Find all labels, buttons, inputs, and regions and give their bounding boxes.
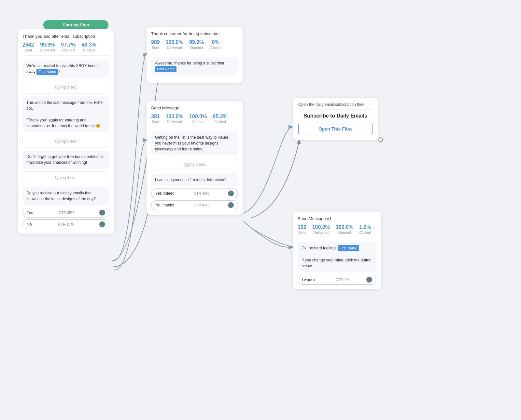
card1-btn-no[interactable]: No CTR 13% bbox=[22, 219, 109, 229]
card3-stat-sent: 381 bbox=[151, 114, 160, 119]
card4-header-title: Open the daily email subscription flow bbox=[298, 102, 373, 110]
card2-stat-del-label: Delivered bbox=[167, 46, 182, 49]
stat-clicked-label: Clicked bbox=[83, 48, 95, 52]
msg-typing-2: Typing 5 sec. bbox=[22, 135, 109, 148]
card3-stats: 381 Sent 100.0% Delivered 100.0% Opened … bbox=[151, 114, 238, 127]
stat-clicked: 48.3% bbox=[81, 42, 96, 48]
card3-btn-yes-label: Yes indeed bbox=[155, 191, 175, 196]
card3-stat-del: 100.0% bbox=[166, 114, 183, 119]
btn-no-ctr: CTR 13% bbox=[58, 222, 74, 226]
open-this-flow-button[interactable]: Open This Flow bbox=[298, 123, 373, 135]
card3-btn-yes-toggle bbox=[228, 190, 234, 196]
card3-stat-open-label: Opened bbox=[192, 120, 204, 124]
card1-title: Thank you and offer email subscription bbox=[22, 34, 109, 39]
starting-step-badge: Starting Step bbox=[43, 20, 108, 30]
card1-stats: 2842 Sent 99.9% Delivered 97.7% Opened 4… bbox=[22, 42, 109, 56]
card2-title: Thank customer for being subscriber bbox=[151, 31, 238, 36]
msg-bubble-1: We're so excited to give this XBOX bundl… bbox=[22, 60, 109, 78]
card3-btn-no[interactable]: No, thanks CTR 43% bbox=[151, 200, 238, 210]
card3-stat-open: 100.0% bbox=[189, 114, 207, 119]
card3-buttons: Yes indeed CTR 43% No, thanks CTR 43% bbox=[151, 189, 238, 210]
card3-title: Send Message bbox=[151, 105, 238, 110]
btn-no-toggle bbox=[99, 221, 105, 227]
card3-stat-sent-label: Sent bbox=[152, 120, 159, 124]
btn-yes-toggle bbox=[99, 210, 105, 216]
msg-typing-3: Typing 4 sec. bbox=[22, 171, 109, 184]
stat-opened: 97.7% bbox=[61, 42, 76, 48]
card1-buttons: Yes CTR 35% No CTR 13% bbox=[22, 208, 109, 229]
card3-btn-yes[interactable]: Yes indeed CTR 43% bbox=[151, 189, 238, 198]
card-thank-subscriber: Thank customer for being subscriber 989 … bbox=[147, 27, 243, 83]
msg-bubble-4: Do you receive our nightly emails that s… bbox=[22, 187, 109, 205]
card5-stat-open: 100.0% bbox=[336, 224, 353, 230]
card5-stat-sent: 162 bbox=[298, 224, 306, 230]
card2-stat-sent: 989 bbox=[151, 39, 160, 45]
card5-stats: 162 Sent 100.0% Delivered 100.0% Opened … bbox=[298, 224, 376, 238]
stat-delivered-label: Delivered bbox=[40, 48, 55, 52]
card3-btn-no-ctr: CTR 43% bbox=[193, 203, 209, 207]
card5-btn-label: I want in! bbox=[302, 277, 317, 282]
card-send-message-1: Send Message #1 162 Sent 100.0% Delivere… bbox=[293, 212, 381, 289]
stat-sent: 2842 bbox=[22, 42, 34, 48]
card2-stat-click-label: Clicked bbox=[210, 46, 221, 49]
connector-dot-card4 bbox=[378, 137, 383, 142]
card2-stat-del: 100.0% bbox=[166, 39, 183, 45]
card5-stat-open-label: Opened bbox=[338, 231, 351, 234]
stat-sent-label: Sent bbox=[24, 48, 32, 52]
msg-bubble-3: Don't forget to get your free bonus entr… bbox=[22, 150, 109, 169]
btn-yes-label: Yes bbox=[27, 210, 33, 215]
card5-btn-ctr: CTR 1% bbox=[335, 278, 349, 282]
card3-btn-no-toggle bbox=[228, 202, 234, 208]
card5-btn-toggle bbox=[366, 277, 372, 283]
card-send-message: Send Message 381 Sent 100.0% Delivered 1… bbox=[147, 101, 243, 215]
card2-stat-sent-label: Sent bbox=[152, 46, 159, 49]
tag-firstname-1: First Name bbox=[36, 69, 58, 75]
card5-stat-click-label: Clicked bbox=[359, 231, 371, 234]
msg-typing-1: Typing 3 sec. bbox=[22, 81, 109, 94]
card3-typing-1: Typing 3 sec. bbox=[151, 158, 238, 171]
card3-stat-click-label: Clicked bbox=[214, 120, 226, 124]
card2-stat-click: 0% bbox=[212, 39, 219, 45]
card3-btn-yes-ctr: CTR 43% bbox=[194, 191, 209, 195]
card-open-flow: Open the daily email subscription flow S… bbox=[293, 98, 378, 140]
card3-stat-click: 85.3% bbox=[213, 114, 227, 119]
btn-no-label: No bbox=[27, 222, 32, 227]
card3-btn-no-label: No, thanks bbox=[155, 203, 174, 207]
card5-stat-sent-label: Sent bbox=[298, 231, 306, 234]
card5-stat-del-label: Delivered bbox=[314, 231, 329, 234]
msg-bubble-2: This will be the last message from me, R… bbox=[22, 96, 109, 132]
card2-stat-open-label: Opened bbox=[190, 46, 203, 49]
card5-msg-1: Ok, no hard feelings First Name If you c… bbox=[298, 242, 376, 272]
card5-stat-click: 1.2% bbox=[359, 224, 371, 230]
card2-stats: 989 Sent 100.0% Delivered 99.9% Opened 0… bbox=[151, 39, 238, 53]
card3-msg-1: Getting on the list is the best way to i… bbox=[151, 131, 238, 155]
card5-buttons: I want in! CTR 1% bbox=[298, 275, 376, 285]
card2-stat-open: 99.9% bbox=[189, 39, 204, 45]
card3-stat-del-label: Delivered bbox=[167, 120, 182, 124]
stat-opened-label: Opened bbox=[62, 48, 75, 52]
card5-tag-firstname: First Name bbox=[338, 245, 359, 251]
btn-yes-ctr: CTR 35% bbox=[59, 211, 74, 215]
card4-label: Subscribe to Daily Emails bbox=[298, 113, 373, 119]
card1-btn-yes[interactable]: Yes CTR 35% bbox=[22, 208, 109, 217]
card2-msg-1: Awesome, thanks for being a subscriber F… bbox=[151, 57, 238, 76]
card5-btn-iwantin[interactable]: I want in! CTR 1% bbox=[298, 275, 376, 285]
stat-delivered: 99.9% bbox=[40, 42, 55, 48]
card5-title: Send Message #1 bbox=[298, 216, 376, 221]
card3-msg-2: I can sign you up in 1 minute. Intereste… bbox=[151, 174, 238, 186]
card5-stat-del: 100.0% bbox=[312, 224, 330, 230]
card-starting: Thank you and offer email subscription 2… bbox=[18, 29, 114, 234]
card2-tag-firstname: First Name bbox=[155, 66, 176, 72]
